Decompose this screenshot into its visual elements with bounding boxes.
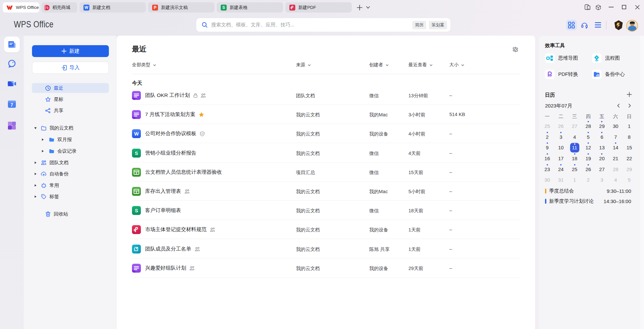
svg-text:7: 7 — [11, 102, 13, 107]
svg-text:S: S — [135, 208, 138, 213]
svg-text:W: W — [134, 131, 139, 136]
svg-text:S: S — [135, 151, 138, 156]
